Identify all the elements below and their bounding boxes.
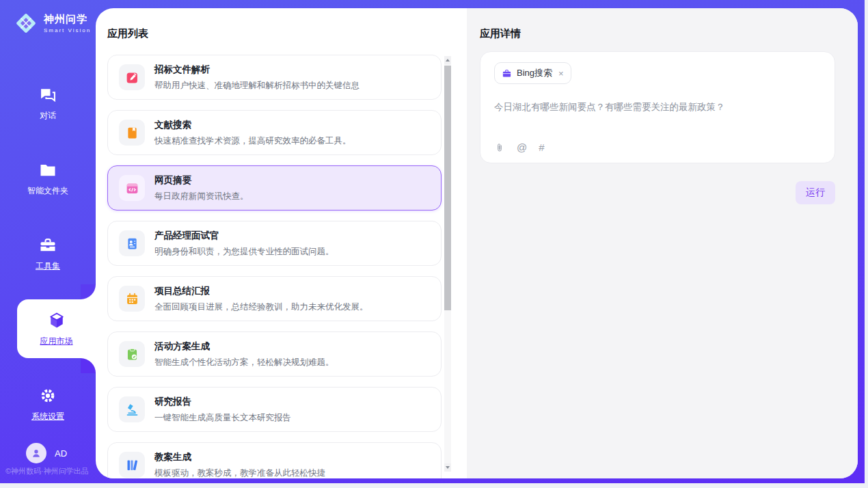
calendar-icon bbox=[125, 292, 139, 306]
sidebar-item-label: 工具集 bbox=[36, 260, 60, 272]
app-icon-tile bbox=[119, 64, 145, 90]
app-card[interactable]: 研究报告 一键智能生成高质量长文本研究报告 bbox=[107, 387, 442, 432]
app-card-list: 招标文件解析 帮助用户快速、准确地理解和解析招标书中的关键信息 文献搜索 快速精… bbox=[107, 55, 442, 478]
sidebar-item-label: 系统设置 bbox=[31, 411, 64, 422]
app-card-description: 明确身份和职责，为您提供专业性的面试问题。 bbox=[154, 246, 334, 258]
app-icon-tile bbox=[119, 286, 145, 312]
app-icon-tile bbox=[119, 396, 145, 422]
app-card-title: 产品经理面试官 bbox=[154, 230, 334, 242]
app-icon-tile bbox=[119, 120, 145, 146]
app-card[interactable]: 文献搜索 快速精准查找学术资源，提高研究效率的必备工具。 bbox=[107, 110, 442, 155]
app-card-meta: 研究报告 一键智能生成高质量长文本研究报告 bbox=[154, 396, 291, 424]
triangle-up-icon bbox=[446, 59, 450, 62]
book-icon bbox=[125, 126, 139, 140]
app-card-description: 帮助用户快速、准确地理解和解析招标书中的关键信息 bbox=[154, 80, 360, 92]
app-card-description: 每日政府新闻资讯快查。 bbox=[154, 191, 249, 202]
app-window: 神州问学 Smart Vision 对话 智能文件夹 bbox=[0, 0, 868, 488]
tool-chip-label: Bing搜索 bbox=[517, 67, 552, 79]
app-list-title: 应用列表 bbox=[107, 27, 467, 40]
sidebar-item-label: 应用市场 bbox=[40, 336, 73, 347]
tool-chip[interactable]: Bing搜索 × bbox=[494, 62, 571, 84]
user-initials: AD bbox=[55, 448, 67, 459]
sidebar-item[interactable]: 工具集 bbox=[0, 216, 96, 291]
app-card-description: 智能生成个性化活动方案，轻松解决规划难题。 bbox=[154, 357, 334, 368]
hash-icon[interactable]: # bbox=[539, 141, 544, 153]
microscope-icon bbox=[125, 403, 139, 417]
main-content: 应用列表 招标文件解析 帮助用户快速、准确地理解和解析招标书中的关键信息 bbox=[96, 8, 858, 478]
app-detail-title: 应用详情 bbox=[480, 27, 835, 40]
app-card-title: 招标文件解析 bbox=[154, 64, 360, 76]
sidebar: 神州问学 Smart Vision 对话 智能文件夹 bbox=[0, 0, 96, 483]
clipboard-check-icon bbox=[125, 347, 139, 362]
sidebar-nav: 对话 智能文件夹 工具集 bbox=[0, 66, 96, 442]
app-icon-tile bbox=[119, 452, 145, 478]
toolbox-icon bbox=[38, 236, 57, 255]
app-card[interactable]: 产品经理面试官 明确身份和职责，为您提供专业性的面试问题。 bbox=[107, 221, 442, 266]
app-card-title: 文献搜索 bbox=[154, 119, 351, 131]
scroll-up-button[interactable] bbox=[444, 56, 451, 64]
app-card-description: 一键智能生成高质量长文本研究报告 bbox=[154, 412, 291, 424]
user-row: AD bbox=[26, 443, 67, 463]
paperclip-icon[interactable] bbox=[494, 142, 505, 153]
run-button[interactable]: 运行 bbox=[796, 181, 835, 204]
person-icon bbox=[30, 447, 42, 459]
app-card-meta: 教案生成 模板驱动，教案秒成，教学准备从此轻松快捷 bbox=[154, 451, 325, 479]
app-card[interactable]: 招标文件解析 帮助用户快速、准确地理解和解析招标书中的关键信息 bbox=[107, 55, 442, 100]
brand-logo-icon bbox=[14, 11, 38, 36]
folder-icon bbox=[38, 161, 57, 180]
scroll-down-button[interactable] bbox=[444, 463, 451, 472]
prompt-card: Bing搜索 × 今日湖北有哪些新闻要点？有哪些需要关注的最新政策？ @ # bbox=[480, 51, 835, 163]
books-icon bbox=[125, 458, 139, 472]
sidebar-item[interactable]: 应用市场 bbox=[17, 299, 96, 358]
app-icon-tile bbox=[119, 175, 145, 201]
sidebar-item-label: 对话 bbox=[40, 110, 56, 122]
app-card-title: 研究报告 bbox=[154, 396, 291, 408]
app-card-meta: 文献搜索 快速精准查找学术资源，提高研究效率的必备工具。 bbox=[154, 119, 351, 147]
sidebar-item[interactable]: 智能文件夹 bbox=[0, 141, 96, 216]
app-card-meta: 网页摘要 每日政府新闻资讯快查。 bbox=[154, 174, 249, 202]
app-card-meta: 项目总结汇报 全面回顾项目进展，总结经验教训，助力未来优化发展。 bbox=[154, 285, 368, 313]
brand-tagline: Smart Vision bbox=[44, 27, 91, 33]
brand-name: 神州问学 bbox=[44, 13, 91, 26]
gear-icon bbox=[38, 386, 57, 405]
briefcase-icon bbox=[502, 68, 512, 79]
app-card-description: 模板驱动，教案秒成，教学准备从此轻松快捷 bbox=[154, 467, 325, 479]
app-card-title: 网页摘要 bbox=[154, 174, 249, 187]
chat-icon bbox=[38, 85, 57, 105]
prompt-input[interactable]: 今日湖北有哪些新闻要点？有哪些需要关注的最新政策？ bbox=[494, 100, 821, 114]
brand: 神州问学 Smart Vision bbox=[0, 0, 96, 36]
bubble-flare-top bbox=[81, 284, 96, 299]
at-mention-icon[interactable]: @ bbox=[517, 141, 527, 153]
copyright-footer: ©神州数码·神州问学出品 bbox=[5, 466, 89, 476]
app-card[interactable]: 活动方案生成 智能生成个性化活动方案，轻松解决规划难题。 bbox=[107, 331, 442, 377]
chip-close-icon[interactable]: × bbox=[558, 68, 564, 79]
app-card-description: 快速精准查找学术资源，提高研究效率的必备工具。 bbox=[154, 135, 351, 147]
triangle-down-icon bbox=[446, 466, 450, 469]
browser-code-icon bbox=[125, 181, 139, 195]
app-list-panel: 应用列表 招标文件解析 帮助用户快速、准确地理解和解析招标书中的关键信息 bbox=[96, 8, 467, 478]
sidebar-item[interactable]: 系统设置 bbox=[0, 366, 96, 442]
scroll-thumb[interactable] bbox=[444, 66, 451, 310]
app-card-title: 教案生成 bbox=[154, 451, 325, 463]
app-card-meta: 招标文件解析 帮助用户快速、准确地理解和解析招标书中的关键信息 bbox=[154, 64, 360, 92]
person-doc-icon bbox=[125, 236, 139, 251]
app-icon-tile bbox=[119, 341, 145, 367]
pen-square-icon bbox=[125, 70, 139, 85]
run-row: 运行 bbox=[480, 181, 835, 204]
app-detail-panel: 应用详情 Bing搜索 × 今日湖北有哪些新闻要点？有哪些需要关注的最新政策？ … bbox=[467, 8, 858, 478]
app-card[interactable]: 网页摘要 每日政府新闻资讯快查。 bbox=[107, 165, 442, 211]
cube-icon bbox=[47, 311, 66, 330]
app-card-description: 全面回顾项目进展，总结经验教训，助力未来优化发展。 bbox=[154, 301, 368, 313]
app-card[interactable]: 项目总结汇报 全面回顾项目进展，总结经验教训，助力未来优化发展。 bbox=[107, 276, 442, 321]
app-icon-tile bbox=[119, 230, 145, 256]
app-card-title: 活动方案生成 bbox=[154, 340, 334, 353]
app-card-meta: 活动方案生成 智能生成个性化活动方案，轻松解决规划难题。 bbox=[154, 340, 334, 368]
app-card[interactable]: 教案生成 模板驱动，教案秒成，教学准备从此轻松快捷 bbox=[107, 442, 442, 478]
app-card-meta: 产品经理面试官 明确身份和职责，为您提供专业性的面试问题。 bbox=[154, 230, 334, 258]
attachment-toolbar: @ # bbox=[494, 141, 821, 153]
app-card-title: 项目总结汇报 bbox=[154, 285, 368, 297]
sidebar-item[interactable]: 对话 bbox=[0, 66, 96, 141]
sidebar-item-label: 智能文件夹 bbox=[27, 185, 68, 197]
scrollbar[interactable] bbox=[444, 56, 451, 472]
avatar[interactable] bbox=[26, 443, 46, 463]
